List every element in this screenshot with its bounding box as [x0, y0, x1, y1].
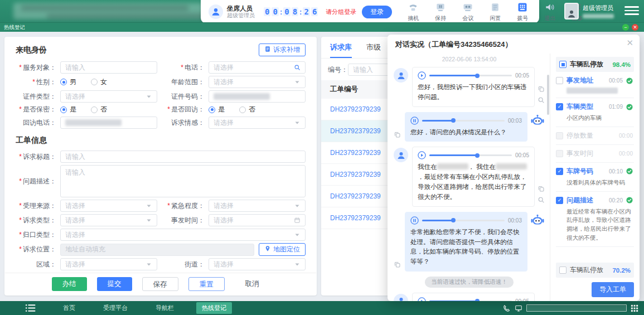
audio-progress-handle[interactable] — [475, 153, 480, 158]
import-order-button[interactable]: 导入工单 — [592, 282, 634, 297]
slot-checkbox[interactable]: ✓ — [556, 168, 563, 175]
phone-icon[interactable] — [503, 304, 511, 312]
save-button[interactable]: 保存 — [142, 277, 178, 291]
slot-checkbox[interactable]: ✓ — [556, 197, 563, 204]
search-icon[interactable] — [294, 64, 301, 71]
dialpad-grid-icon[interactable] — [631, 304, 638, 312]
select-input[interactable]: 请选择 — [209, 200, 306, 212]
complete-button[interactable]: 办结 — [52, 277, 87, 291]
dialog-close-icon[interactable]: ✕ — [626, 38, 633, 47]
required-mark: * — [19, 216, 22, 224]
select-input[interactable]: 请选择 — [60, 229, 306, 241]
radio-option[interactable]: 否 — [239, 105, 255, 114]
status-input[interactable] — [526, 304, 627, 312]
inspect-icon[interactable] — [538, 196, 545, 203]
slot-checkbox[interactable]: ✓ — [556, 103, 563, 110]
order-number-link[interactable]: DH23792379239 — [330, 192, 381, 200]
toolbar-hold-button[interactable]: 保持 — [432, 2, 449, 22]
audio-progress-track[interactable] — [429, 154, 512, 156]
text-input[interactable] — [209, 90, 306, 103]
calendar-icon[interactable] — [294, 217, 301, 224]
document-icon — [264, 46, 271, 54]
map-locate-button[interactable]: 地图定位 — [259, 243, 306, 256]
copy-icon[interactable] — [538, 85, 545, 93]
slot-bottom-checkbox[interactable] — [559, 266, 566, 274]
audio-progress-fill — [429, 154, 477, 156]
bottom-tab-home[interactable]: 首页 — [57, 302, 81, 314]
order-number-link[interactable]: DH23792379239 — [330, 105, 381, 113]
bottom-tab-nav-bar[interactable]: 导航栏 — [150, 302, 180, 314]
bottom-tab-hotline-register[interactable]: 热线登记 — [196, 302, 232, 314]
toolbar-dial-button[interactable]: 拨号 — [514, 2, 531, 22]
audio-progress-handle[interactable] — [451, 118, 456, 123]
select-input[interactable]: 请选择 — [60, 258, 157, 270]
order-number-link[interactable]: DH23792379239 — [330, 171, 381, 178]
text-input[interactable] — [60, 117, 157, 129]
tab-city-level[interactable]: 市级 — [366, 42, 381, 58]
dial-icon — [517, 2, 528, 14]
copy-icon[interactable] — [538, 185, 545, 192]
select-input[interactable]: 请选择 — [60, 214, 157, 226]
select-input[interactable]: 请选择 — [209, 76, 306, 88]
toolbar-pickup-button[interactable]: 摘机 — [404, 2, 422, 22]
pause-icon[interactable] — [410, 216, 419, 225]
placeholder-text: 请选择 — [214, 201, 294, 211]
text-input[interactable]: 请输入 — [60, 151, 306, 163]
chat-scrollbar[interactable] — [547, 75, 549, 115]
select-input[interactable]: 请选择 — [60, 200, 157, 212]
radio-option[interactable]: 女 — [91, 77, 107, 87]
menu-hamburger-icon[interactable] — [624, 6, 639, 17]
select-input[interactable]: 请选择 — [60, 90, 157, 103]
nav-list-icon[interactable] — [25, 304, 36, 312]
toolbar-exit-button[interactable]: 退出 — [541, 2, 559, 22]
play-icon[interactable] — [418, 151, 426, 159]
play-icon[interactable] — [418, 71, 426, 80]
audio-progress-track[interactable] — [422, 220, 505, 221]
toolbar-idle-button[interactable]: 闲置 — [486, 2, 504, 22]
radio-option[interactable]: 男 — [60, 77, 76, 87]
close-window-icon[interactable]: ✕ — [632, 24, 638, 31]
appeal-supplement-button[interactable]: 诉求补增 — [259, 43, 306, 56]
group-login-hint: 请分组登录 — [326, 8, 356, 16]
reset-button[interactable]: 重置 — [188, 277, 225, 291]
text-input[interactable]: 请输入 — [60, 61, 157, 74]
copy-icon[interactable] — [394, 131, 401, 138]
inspect-icon[interactable] — [538, 96, 545, 104]
slot-checkbox[interactable] — [556, 150, 563, 157]
agent-meta: 坐席人员 超级管理员 — [227, 4, 255, 20]
copy-icon[interactable] — [394, 261, 401, 268]
cancel-button[interactable]: 取消 — [235, 277, 270, 291]
monitor-icon[interactable] — [515, 304, 522, 312]
text-input[interactable]: 请选择 — [209, 61, 306, 74]
slot-checkbox[interactable] — [556, 132, 563, 139]
radio-option[interactable]: 否 — [91, 105, 107, 114]
bottom-tab-acceptance-platform[interactable]: 受理平台 — [98, 302, 133, 314]
play-icon[interactable] — [418, 297, 426, 301]
user-profile[interactable]: 超级管理员 — [564, 3, 614, 20]
audio-progress-track[interactable] — [429, 301, 512, 301]
text-input[interactable]: 请选择 — [209, 214, 306, 226]
select-input[interactable]: 请选择 — [209, 117, 306, 129]
radio-option[interactable]: 是 — [209, 105, 225, 114]
radio-option[interactable]: 是 — [60, 105, 76, 114]
order-number-link[interactable]: DH23792379239 — [330, 214, 381, 222]
select-input[interactable]: 请选择 — [209, 258, 306, 270]
pause-icon[interactable] — [410, 117, 419, 125]
audio-progress-track[interactable] — [422, 120, 505, 122]
slot-top-checkbox[interactable] — [559, 61, 566, 68]
audio-progress-handle[interactable] — [475, 74, 480, 78]
textarea-input[interactable]: 请输入 — [60, 165, 306, 197]
tab-appeal-library[interactable]: 诉求库 — [330, 42, 352, 58]
submit-button[interactable]: 提交 — [97, 277, 132, 291]
slot-checkbox[interactable] — [556, 77, 563, 84]
audio-progress-track[interactable] — [429, 75, 512, 76]
minimize-icon[interactable]: − — [622, 24, 629, 31]
audio-progress-handle[interactable] — [451, 218, 456, 222]
strip-tab-label[interactable]: 热线登记 — [4, 24, 25, 31]
toolbar-conference-button[interactable]: 会议 — [459, 2, 477, 22]
required-mark: * — [19, 231, 22, 239]
login-button[interactable]: 登录 — [362, 6, 392, 18]
order-number-link[interactable]: DH23792379239 — [330, 149, 381, 157]
order-number-link[interactable]: DH23792379239 — [330, 127, 381, 135]
audio-progress-handle[interactable] — [475, 299, 480, 301]
